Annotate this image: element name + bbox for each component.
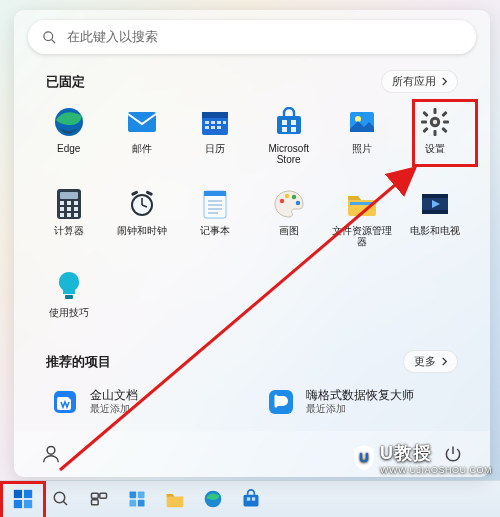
task-view-icon [89,489,109,509]
svg-rect-42 [423,111,429,117]
app-label: Microsoft Store [257,143,321,165]
edge-icon [52,105,86,139]
app-label: 邮件 [132,143,152,154]
app-label: 记事本 [200,225,230,236]
recommended-item-recovery[interactable]: 嗨格式数据恢复大师 最近添加 [262,381,458,423]
svg-line-18 [52,39,55,42]
taskbar-edge-button[interactable] [198,484,228,514]
notepad-icon [198,187,232,221]
store-icon [272,105,306,139]
svg-rect-33 [282,127,287,132]
svg-point-73 [295,201,299,205]
svg-rect-38 [434,108,437,114]
svg-point-17 [44,31,53,40]
recommended-item-wps[interactable]: 金山文档 最近添加 [46,381,242,423]
more-label: 更多 [414,354,436,369]
search-input[interactable]: 在此键入以搜索 [28,20,476,54]
power-button[interactable] [438,439,468,469]
svg-rect-3 [24,500,32,508]
svg-rect-30 [277,116,301,134]
svg-rect-23 [205,121,209,124]
app-label: 计算器 [54,225,84,236]
svg-rect-6 [92,493,99,498]
recommended-header: 推荐的项目 [46,353,111,371]
start-menu-panel: 在此键入以搜索 已固定 所有应用 Edge 邮件 日历 [14,10,490,477]
svg-rect-0 [14,490,22,498]
task-view-button[interactable] [84,484,114,514]
svg-rect-41 [443,121,449,124]
app-explorer[interactable]: 文件资源管理器 [325,183,398,251]
windows-logo-icon [12,488,34,510]
app-photos[interactable]: 照片 [325,101,398,169]
all-apps-button[interactable]: 所有应用 [381,70,458,93]
svg-rect-50 [67,201,71,205]
more-button[interactable]: 更多 [403,350,458,373]
taskbar-search-button[interactable] [46,484,76,514]
taskbar-explorer-button[interactable] [160,484,190,514]
svg-rect-77 [422,210,448,214]
app-calculator[interactable]: 计算器 [32,183,105,251]
app-label: 电影和电视 [410,225,460,236]
start-button[interactable] [8,484,38,514]
svg-rect-52 [60,207,64,211]
app-paint[interactable]: 画图 [252,183,325,251]
app-label: 闹钟和时钟 [117,225,167,236]
app-label: 使用技巧 [49,307,89,318]
svg-rect-7 [100,493,107,498]
recommended-subtitle: 最近添加 [306,403,414,415]
power-icon [443,444,463,464]
app-label: 文件资源管理器 [330,225,394,247]
app-mail[interactable]: 邮件 [105,101,178,169]
svg-rect-54 [74,207,78,211]
svg-point-4 [54,492,65,503]
svg-rect-65 [204,191,226,196]
svg-rect-78 [65,295,73,299]
svg-rect-39 [434,130,437,136]
svg-rect-10 [138,492,145,499]
svg-rect-32 [291,120,296,125]
widgets-button[interactable] [122,484,152,514]
svg-rect-45 [423,127,429,133]
widgets-icon [127,489,147,509]
store-icon [241,489,261,509]
svg-rect-28 [211,126,215,129]
recommended-title: 金山文档 [90,389,138,403]
svg-rect-44 [442,111,448,117]
chevron-right-icon [440,357,449,366]
recommended-subtitle: 最近添加 [90,403,138,415]
app-label: Edge [57,143,80,154]
pinned-header: 已固定 [46,73,85,91]
app-edge[interactable]: Edge [32,101,105,169]
palette-icon [272,187,306,221]
recommended-list: 金山文档 最近添加 嗨格式数据恢复大师 最近添加 [46,381,458,423]
taskbar-store-button[interactable] [236,484,266,514]
svg-rect-9 [130,492,137,499]
photos-icon [345,105,379,139]
folder-icon [345,187,379,221]
svg-rect-8 [92,500,99,505]
clock-icon [125,187,159,221]
start-footer [14,431,490,477]
svg-rect-31 [282,120,287,125]
svg-rect-1 [24,490,32,498]
user-account-button[interactable] [36,439,66,469]
edge-icon [203,489,223,509]
svg-line-5 [63,501,67,505]
chevron-right-icon [440,77,449,86]
pinned-apps-grid: Edge 邮件 日历 Microsoft Store 照片 [32,101,472,322]
app-settings[interactable]: 设置 [399,101,472,169]
app-calendar[interactable]: 日历 [179,101,252,169]
svg-rect-49 [60,201,64,205]
app-tips[interactable]: 使用技巧 [32,265,105,322]
svg-point-81 [47,446,55,454]
svg-point-70 [279,199,283,203]
app-alarms[interactable]: 闹钟和时钟 [105,183,178,251]
svg-rect-2 [14,500,22,508]
app-notepad[interactable]: 记事本 [179,183,252,251]
app-movies[interactable]: 电影和电视 [399,183,472,251]
app-store[interactable]: Microsoft Store [252,101,325,169]
app-label: 照片 [352,143,372,154]
svg-point-72 [291,195,295,199]
search-icon [42,30,57,45]
svg-rect-25 [217,121,221,124]
